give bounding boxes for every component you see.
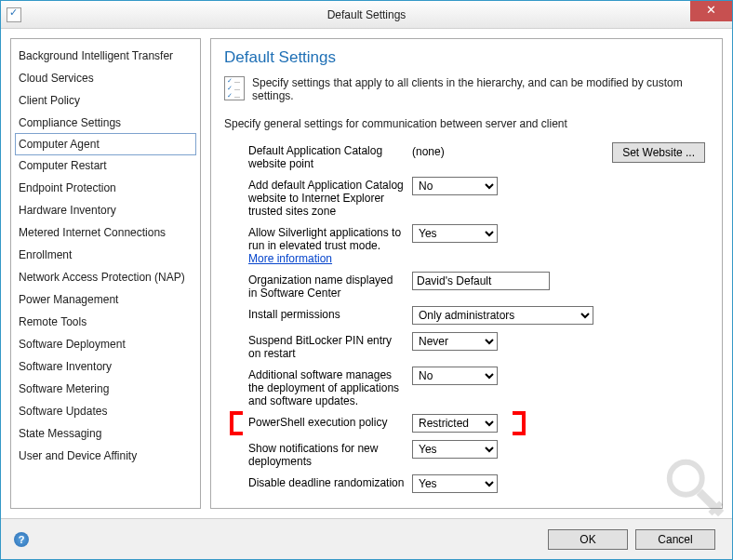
row-notifications: Show notifications for new deployments Y… [224, 439, 705, 468]
sidebar-item-power[interactable]: Power Management [11, 288, 200, 311]
highlight-left-icon [230, 411, 243, 435]
sidebar-item-remote-tools[interactable]: Remote Tools [11, 311, 200, 333]
checklist-icon [224, 76, 245, 100]
sidebar-item-enrollment[interactable]: Enrollment [11, 244, 200, 266]
title-bar: Default Settings ✕ [1, 1, 732, 29]
row-install-permissions: Install permissions Only administrators [224, 305, 705, 326]
deadline-select[interactable]: Yes [412, 474, 498, 493]
label: Default Application Catalog website poin… [248, 141, 412, 170]
more-information-link[interactable]: More information [248, 252, 332, 265]
ok-button[interactable]: OK [548, 529, 628, 550]
row-silverlight: Allow Silverlight applications to run in… [224, 223, 705, 265]
settings-list[interactable]: Default Application Catalog website poin… [224, 141, 709, 499]
row-bitlocker: Suspend BitLocker PIN entry on restart N… [224, 331, 705, 360]
trusted-sites-select[interactable]: No [412, 177, 498, 195]
app-icon [7, 7, 21, 22]
row-default-app-catalog: Default Application Catalog website poin… [224, 141, 705, 170]
org-name-input[interactable] [412, 272, 550, 290]
set-website-button[interactable]: Set Website ... [612, 142, 705, 163]
label: Suspend BitLocker PIN entry on restart [248, 331, 412, 360]
install-permissions-select[interactable]: Only administrators [412, 306, 593, 325]
panel-header: Default Settings [224, 48, 709, 67]
help-icon[interactable]: ? [14, 532, 29, 547]
sidebar-item-compliance[interactable]: Compliance Settings [11, 112, 200, 134]
content-area: Background Intelligent Transfer Cloud Se… [1, 29, 732, 518]
label: Install permissions [248, 305, 412, 321]
sidebar-item-software-deployment[interactable]: Software Deployment [11, 333, 200, 355]
sidebar-item-bits[interactable]: Background Intelligent Transfer [11, 45, 200, 67]
label: Organization name displayed in Software … [248, 271, 412, 300]
notifications-select[interactable]: Yes [412, 440, 498, 459]
sidebar-item-client-policy[interactable]: Client Policy [11, 89, 200, 112]
section-description: Specify general settings for communicati… [224, 117, 709, 130]
highlight-right-icon [513, 411, 526, 435]
intro-text: Specify settings that apply to all clien… [252, 76, 709, 102]
window-title: Default Settings [327, 8, 406, 21]
additional-software-select[interactable]: No [412, 367, 498, 385]
row-additional-software: Additional software manages the deployme… [224, 366, 705, 407]
sidebar-item-user-device-affinity[interactable]: User and Device Affinity [11, 445, 200, 467]
settings-dialog: Default Settings ✕ Background Intelligen… [0, 0, 733, 560]
row-trusted-sites: Add default Application Catalog website … [224, 176, 705, 218]
silverlight-select[interactable]: Yes [412, 224, 498, 243]
sidebar-item-cloud-services[interactable]: Cloud Services [11, 67, 200, 89]
sidebar-item-metered[interactable]: Metered Internet Connections [11, 221, 200, 244]
sidebar-item-software-updates[interactable]: Software Updates [11, 400, 200, 422]
sidebar-item-software-inventory[interactable]: Software Inventory [11, 355, 200, 378]
powershell-policy-select[interactable]: Restricted [412, 414, 498, 433]
label: Additional software manages the deployme… [248, 366, 412, 407]
label: PowerShell execution policy [248, 413, 412, 429]
row-powershell-policy: PowerShell execution policy Restricted [224, 413, 705, 433]
intro-row: Specify settings that apply to all clien… [224, 76, 709, 102]
category-sidebar: Background Intelligent Transfer Cloud Se… [10, 38, 201, 509]
dialog-footer: ? OK Cancel [1, 518, 732, 559]
main-panel: Default Settings Specify settings that a… [210, 38, 723, 509]
close-button[interactable]: ✕ [690, 1, 732, 21]
label: Allow Silverlight applications to run in… [248, 223, 412, 265]
sidebar-item-computer-restart[interactable]: Computer Restart [11, 154, 200, 177]
sidebar-item-hardware-inventory[interactable]: Hardware Inventory [11, 199, 200, 221]
sidebar-item-software-metering[interactable]: Software Metering [11, 378, 200, 400]
sidebar-item-computer-agent[interactable]: Computer Agent [15, 133, 196, 155]
row-org-name: Organization name displayed in Software … [224, 271, 705, 300]
label: Disable deadline randomization [248, 473, 412, 489]
bitlocker-select[interactable]: Never [412, 332, 498, 351]
sidebar-item-endpoint-protection[interactable]: Endpoint Protection [11, 177, 200, 199]
label: Add default Application Catalog website … [248, 176, 412, 218]
label: Show notifications for new deployments [248, 439, 412, 468]
sidebar-item-nap[interactable]: Network Access Protection (NAP) [11, 266, 200, 288]
sidebar-item-state-messaging[interactable]: State Messaging [11, 422, 200, 445]
row-deadline-randomization: Disable deadline randomization Yes [224, 473, 705, 494]
value-none: (none) [412, 142, 498, 158]
cancel-button[interactable]: Cancel [635, 529, 715, 550]
